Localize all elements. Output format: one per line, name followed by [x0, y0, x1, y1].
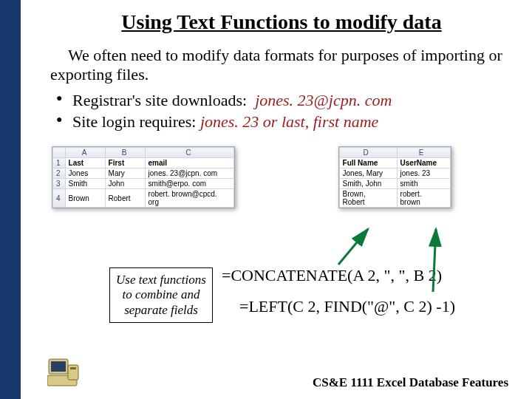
- svg-rect-1: [51, 361, 66, 372]
- cell: smith@erpo. com: [145, 179, 233, 189]
- cell: Jones, Mary: [339, 168, 397, 179]
- computer-icon: [47, 356, 81, 389]
- bullet-item: Registrar's site downloads: jones. 23@jc…: [56, 89, 513, 112]
- cell: jones. 23: [397, 168, 450, 179]
- col-header: [53, 148, 66, 158]
- cell: Brown, Robert: [339, 189, 397, 208]
- cell: Mary: [105, 168, 145, 179]
- bullet-prefix: Site login requires:: [72, 112, 196, 131]
- formula-left-find: =LEFT(C 2, FIND("@", C 2) -1): [239, 297, 455, 316]
- cell: Smith: [65, 179, 105, 189]
- bullet-emph: jones. 23 or last, first name: [200, 112, 378, 131]
- row-header: 4: [53, 189, 66, 208]
- row-header: 1: [53, 158, 66, 168]
- slide-title: Using Text Functions to modify data: [50, 10, 513, 34]
- row-header: 3: [53, 179, 66, 189]
- cell: jones. 23@jcpn. com: [145, 168, 233, 179]
- callout-box: Use text functions to combine and separa…: [109, 267, 213, 323]
- cell: First: [105, 158, 145, 168]
- svg-rect-4: [70, 367, 76, 369]
- formula-concatenate: =CONCATENATE(A 2, ", ", B 2): [222, 266, 442, 285]
- cell: Smith, John: [339, 179, 397, 189]
- bullet-item: Site login requires: jones. 23 or last, …: [56, 111, 513, 133]
- cell: robert. brown: [397, 189, 450, 208]
- cell: email: [145, 158, 233, 168]
- cell: UserName: [397, 158, 450, 168]
- arrow-to-fullname: [338, 229, 368, 265]
- bullet-prefix: Registrar's site downloads:: [72, 91, 247, 109]
- cell: John: [105, 179, 145, 189]
- intro-paragraph: We often need to modify data formats for…: [50, 46, 513, 85]
- row-header: 2: [53, 168, 66, 179]
- cell: Robert: [105, 189, 145, 208]
- sheet-left: A B C 1 Last First email 2 Jones: [52, 146, 235, 208]
- cell: Last: [65, 158, 105, 168]
- cell: robert. brown@cpcd. org: [145, 189, 233, 208]
- col-header: C: [145, 148, 233, 158]
- bullet-emph: jones. 23@jcpn. com: [255, 91, 392, 109]
- cell: Brown: [65, 189, 105, 208]
- col-header: B: [105, 148, 145, 158]
- sheet-right: D E Full Name UserName Jones, Mary jones…: [338, 146, 451, 208]
- col-header: E: [397, 148, 450, 158]
- bullet-list: Registrar's site downloads: jones. 23@jc…: [50, 89, 513, 133]
- cell: smith: [397, 179, 450, 189]
- cell: Jones: [65, 168, 105, 179]
- col-header: D: [339, 148, 397, 158]
- cell: Full Name: [339, 158, 397, 168]
- slide-footer: CS&E 1111 Excel Database Features: [313, 375, 508, 390]
- col-header: A: [65, 148, 105, 158]
